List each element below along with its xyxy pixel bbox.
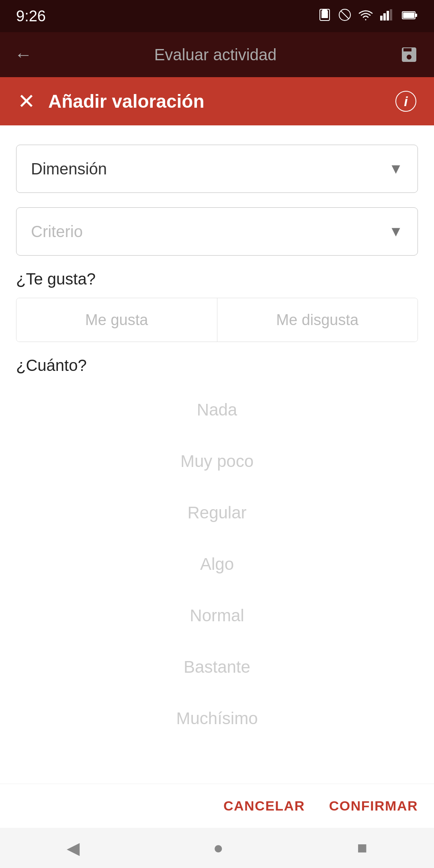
- svg-rect-5: [380, 16, 383, 20]
- battery-icon: [402, 9, 418, 23]
- svg-rect-8: [390, 9, 392, 20]
- me-gusta-button[interactable]: Me gusta: [16, 298, 217, 342]
- nav-home-button[interactable]: ●: [213, 838, 223, 858]
- svg-rect-11: [403, 12, 414, 18]
- amount-options-list: Nada Muy poco Regular Algo Normal Bastan…: [16, 384, 418, 744]
- form-content: Dimensión ▼ Criterio ▼ ¿Te gusta? Me gus…: [0, 125, 434, 828]
- status-time: 9:26: [16, 8, 46, 25]
- save-button[interactable]: [399, 44, 420, 65]
- svg-line-4: [341, 11, 349, 19]
- signal-icon: [380, 9, 395, 23]
- dimension-dropdown[interactable]: Dimensión ▼: [16, 145, 418, 193]
- back-button[interactable]: ←: [14, 45, 32, 65]
- wifi-icon: [358, 9, 373, 23]
- status-bar: 9:26: [0, 0, 434, 32]
- cuanto-question: ¿Cuánto?: [16, 356, 418, 375]
- nav-back-button[interactable]: ◀: [67, 838, 80, 858]
- dimension-arrow-icon: ▼: [389, 160, 403, 177]
- dimension-label: Dimensión: [31, 160, 389, 178]
- svg-marker-2: [321, 9, 328, 13]
- amount-option-algo[interactable]: Algo: [16, 538, 418, 590]
- criterio-dropdown[interactable]: Criterio ▼: [16, 207, 418, 256]
- criterio-arrow-icon: ▼: [389, 223, 403, 240]
- nav-recent-button[interactable]: ■: [357, 838, 367, 858]
- status-icons: [318, 8, 418, 24]
- te-gusta-question: ¿Te gusta?: [16, 270, 418, 288]
- app-bar: ← Evaluar actividad: [0, 32, 434, 77]
- amount-option-muy-poco[interactable]: Muy poco: [16, 436, 418, 487]
- adblock-icon: [338, 8, 351, 24]
- amount-option-muchisimo[interactable]: Muchísimo: [16, 693, 418, 744]
- amount-option-normal[interactable]: Normal: [16, 590, 418, 641]
- svg-rect-10: [415, 14, 417, 17]
- dialog-header: ✕ Añadir valoración i: [0, 77, 434, 125]
- close-button[interactable]: ✕: [18, 89, 35, 113]
- cancel-button[interactable]: CANCELAR: [223, 798, 305, 814]
- bottom-actions: CANCELAR CONFIRMAR: [0, 784, 434, 828]
- amount-option-regular[interactable]: Regular: [16, 487, 418, 538]
- sim-icon: [318, 8, 331, 24]
- like-dislike-row: Me gusta Me disgusta: [16, 298, 418, 342]
- criterio-label: Criterio: [31, 223, 389, 241]
- dialog-title: Añadir valoración: [48, 90, 383, 112]
- svg-rect-1: [321, 13, 328, 18]
- info-button[interactable]: i: [395, 91, 416, 112]
- nav-bar: ◀ ● ■: [0, 828, 434, 868]
- svg-rect-7: [387, 11, 389, 20]
- svg-rect-6: [383, 13, 386, 20]
- me-disgusta-button[interactable]: Me disgusta: [217, 298, 418, 342]
- confirm-button[interactable]: CONFIRMAR: [329, 798, 418, 814]
- amount-option-bastante[interactable]: Bastante: [16, 641, 418, 693]
- amount-option-nada[interactable]: Nada: [16, 384, 418, 436]
- app-bar-title: Evaluar actividad: [45, 46, 386, 64]
